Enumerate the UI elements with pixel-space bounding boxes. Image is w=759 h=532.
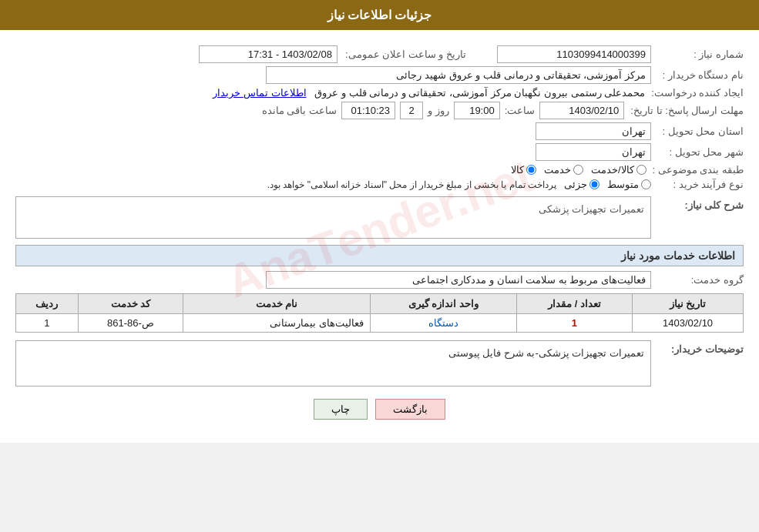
- radio-kala-label: کالا: [511, 164, 524, 176]
- row-tabaqe: طبقه بندی موضوعی : کالا/خدمت خدمت کالا: [15, 164, 744, 176]
- sharhKoli-value: تعمیرات تجهیزات پزشکی: [539, 203, 644, 215]
- row-tawzih: توضیحات خریدار: تعمیرات تجهیزات پزشکی-به…: [15, 340, 744, 386]
- print-button[interactable]: چاپ: [314, 399, 368, 420]
- col-vahed: واحد اندازه گیری: [371, 294, 517, 314]
- col-tarikh: تاریخ نیاز: [633, 294, 744, 314]
- noeFarayand-inner: متوسط جزئی پرداخت تمام یا بخشی از مبلغ خ…: [15, 179, 651, 190]
- mohlat-label: مهلت ارسال پاسخ: تا تاریخ:: [624, 105, 744, 116]
- tawzih-value: تعمیرات تجهیزات پزشکی-به شرح فایل پیوستی: [448, 347, 644, 359]
- radio-khadamat-input[interactable]: [573, 165, 583, 175]
- radio-motavasset[interactable]: متوسط: [607, 179, 651, 190]
- tawzih-box-wrapper: تعمیرات تجهیزات پزشکی-به شرح فایل پیوستی: [15, 340, 651, 386]
- shahr-label: شهر محل تحویل :: [651, 146, 744, 158]
- page-header: جزئیات اطلاعات نیاز: [0, 0, 759, 30]
- mohlat-saat: 19:00: [454, 102, 500, 119]
- row-mohlat: مهلت ارسال پاسخ: تا تاریخ: 1403/02/10 سا…: [15, 102, 744, 119]
- noeFarayand-label: نوع فرآیند خرید :: [651, 179, 744, 190]
- tarikh-label: تاریخ و ساعت اعلان عمومی:: [345, 49, 466, 60]
- cell-vahed: دستگاه: [371, 314, 517, 333]
- row-ostan: استان محل تحویل : تهران: [15, 122, 744, 140]
- mohlat-saat-label: ساعت:: [505, 105, 536, 116]
- radio-kala[interactable]: کالا: [511, 164, 536, 176]
- radio-motavasset-label: متوسط: [607, 179, 639, 190]
- table-row: 1403/02/10 1 دستگاه فعالیت‌های بیمارستان…: [16, 314, 744, 333]
- radio-jozei[interactable]: جزئی: [564, 179, 599, 190]
- col-namKhadamat: نام خدمت: [183, 294, 371, 314]
- row-eijad: ایجاد کننده درخواست: محمدعلی رستمی بیرون…: [15, 87, 744, 99]
- row-noeFarayand: نوع فرآیند خرید : متوسط جزئی پرداخت تمام…: [15, 179, 744, 190]
- table-header-row: تاریخ نیاز تعداد / مقدار واحد اندازه گیر…: [16, 294, 744, 314]
- mohlat-rooz-label: روز و: [428, 105, 449, 116]
- mohlat-baqi: 01:10:23: [341, 102, 395, 119]
- radio-khadamat[interactable]: خدمت: [544, 164, 583, 176]
- eijad-label: ایجاد کننده درخواست:: [645, 87, 744, 99]
- mohlat-baqi-label: ساعت باقی مانده: [262, 105, 337, 116]
- service-table: تاریخ نیاز تعداد / مقدار واحد اندازه گیر…: [15, 293, 744, 333]
- mohlat-rooz: 2: [400, 102, 423, 119]
- cell-tarikh: 1403/02/10: [633, 314, 744, 333]
- eijad-text: محمدعلی رستمی بیرون نگهبان مرکز آموزشی، …: [314, 87, 645, 99]
- eijad-link[interactable]: اطلاعات تماس خریدار: [213, 87, 306, 99]
- cell-radif: 1: [16, 314, 79, 333]
- ostan-label: استان محل تحویل :: [651, 125, 744, 137]
- namDastgah-value: مرکز آموزشی، تحقیقاتی و درمانی قلب و عرو…: [266, 66, 651, 84]
- radio-kala-input[interactable]: [526, 165, 536, 175]
- radio-kala-khadamat-label: کالا/خدمت: [591, 164, 634, 176]
- sharhKoli-box-wrapper: تعمیرات تجهیزات پزشکی: [15, 196, 651, 239]
- groheKhadamat-value: فعالیت‌های مربوط به سلامت انسان و مددکار…: [266, 271, 651, 289]
- tabaqe-radio-group: کالا/خدمت خدمت کالا: [511, 164, 646, 176]
- eijad-value: محمدعلی رستمی بیرون نگهبان مرکز آموزشی، …: [15, 87, 645, 99]
- farayand-note: پرداخت تمام یا بخشی از مبلغ خریدار از مح…: [267, 179, 556, 190]
- sharhKoli-label: شرح کلی نیاز:: [651, 196, 744, 211]
- content-area: AnaТender.net شماره نیاز : 1103099414000…: [0, 30, 759, 427]
- tabaqe-label: طبقه بندی موضوعی :: [646, 164, 744, 176]
- cell-namKhadamat: فعالیت‌های بیمارستانی: [183, 314, 371, 333]
- shomareNiaz-value: 1103099414000399 تاریخ و ساعت اعلان عموم…: [15, 45, 651, 63]
- shomareNiaz-input: 1103099414000399: [497, 45, 651, 63]
- row-namDastgah: نام دستگاه خریدار : مرکز آموزشی، تحقیقات…: [15, 66, 744, 84]
- page-title: جزئیات اطلاعات نیاز: [327, 8, 432, 22]
- row-sharhKoli: شرح کلی نیاز: تعمیرات تجهیزات پزشکی: [15, 196, 744, 239]
- back-button[interactable]: بازگشت: [375, 399, 445, 420]
- col-radif: ردیف: [16, 294, 79, 314]
- radio-motavasset-input[interactable]: [641, 179, 651, 189]
- button-row: بازگشت چاپ: [15, 399, 744, 420]
- page-wrapper: جزئیات اطلاعات نیاز AnaТender.net شماره …: [0, 0, 759, 443]
- cell-kodKhadamat: ص-86-861: [78, 314, 183, 333]
- sharhKoli-box: تعمیرات تجهیزات پزشکی: [15, 196, 651, 239]
- ostan-value: تهران: [536, 122, 651, 140]
- groheKhadamat-label: گروه خدمت:: [651, 274, 744, 286]
- radio-kala-khadamat[interactable]: کالا/خدمت: [591, 164, 646, 176]
- row-groheKhadamat: گروه خدمت: فعالیت‌های مربوط به سلامت انس…: [15, 271, 744, 289]
- row-shahr: شهر محل تحویل : تهران: [15, 143, 744, 161]
- radio-jozei-label: جزئی: [564, 179, 587, 190]
- farayand-radio-group: متوسط جزئی: [564, 179, 651, 190]
- tarikh-value: 1403/02/08 - 17:31: [199, 45, 338, 63]
- col-tedad: تعداد / مقدار: [516, 294, 632, 314]
- radio-khadamat-label: خدمت: [544, 164, 571, 176]
- cell-tedad: 1: [516, 314, 632, 333]
- shahr-value: تهران: [536, 143, 651, 161]
- shomareNiaz-label: شماره نیاز :: [651, 49, 744, 60]
- namDastgah-label: نام دستگاه خریدار :: [651, 69, 744, 81]
- radio-jozei-input[interactable]: [589, 179, 599, 189]
- tawzih-box: تعمیرات تجهیزات پزشکی-به شرح فایل پیوستی: [15, 340, 651, 386]
- col-kodKhadamat: کد خدمت: [78, 294, 183, 314]
- mohlat-date: 1403/02/10: [539, 102, 624, 119]
- mohlat-row-inner: 1403/02/10 ساعت: 19:00 روز و 2 01:10:23 …: [15, 102, 624, 119]
- khadamat-section-header: اطلاعات خدمات مورد نیاز: [15, 245, 744, 266]
- radio-kala-khadamat-input[interactable]: [636, 165, 646, 175]
- tawzih-label: توضیحات خریدار:: [651, 340, 744, 355]
- row-shomareNiaz: شماره نیاز : 1103099414000399 تاریخ و سا…: [15, 45, 744, 63]
